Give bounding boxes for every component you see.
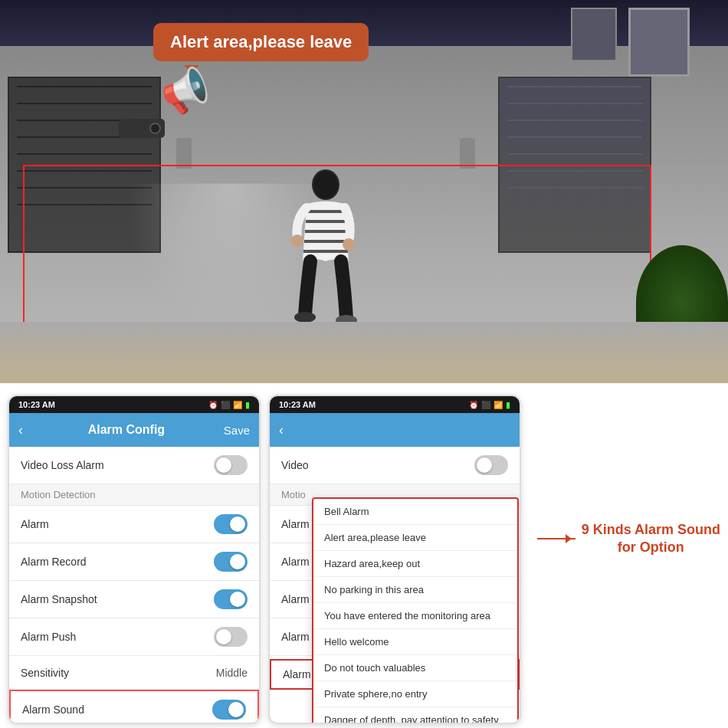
phone2-content: Video Motio Alarm Alarm Alarm Alarm bbox=[270, 447, 520, 690]
alarm-record-label: Alarm Record bbox=[21, 556, 87, 568]
phone2-push-label: Alarm bbox=[281, 631, 310, 643]
alarm-label: Alarm bbox=[21, 518, 49, 530]
alert-bubble: Alert area,please leave bbox=[153, 23, 369, 61]
alarm-sound-dropdown: Bell Alarm Alert area,please leave Hazar… bbox=[312, 497, 519, 724]
alarm-record-row: Alarm Record bbox=[9, 543, 259, 581]
motion-detection-header: Motion Detection bbox=[9, 484, 259, 506]
alert-text: Alert area,please leave bbox=[170, 32, 352, 51]
wall-light-right bbox=[460, 138, 475, 169]
bottom-section: 10:23 AM ⏰ ⬛ 📶 ▮ ‹ Alarm Config Save Vid… bbox=[0, 383, 728, 728]
sensitivity-row: Sensitivity Middle bbox=[9, 656, 259, 690]
dropdown-item-0[interactable]: Bell Alarm bbox=[313, 499, 517, 525]
back-button-2[interactable]: ‹ bbox=[279, 422, 284, 438]
time-display-1: 10:23 AM bbox=[18, 400, 55, 409]
settings-list-1: Video Loss Alarm Motion Detection Alarm … bbox=[9, 447, 259, 724]
phone2-video-label: Video bbox=[281, 459, 309, 471]
window-right bbox=[628, 8, 690, 77]
dropdown-item-7[interactable]: Private sphere,no entry bbox=[313, 681, 517, 707]
dropdown-item-5[interactable]: Hello welcome bbox=[313, 629, 517, 655]
motion-detection-label: Motion Detection bbox=[21, 489, 96, 500]
dropdown-item-2[interactable]: Hazard area,keep out bbox=[313, 551, 517, 577]
video-loss-toggle[interactable] bbox=[214, 455, 248, 475]
nav-bar-1: ‹ Alarm Config Save bbox=[9, 413, 259, 447]
alarm-toggle[interactable] bbox=[214, 514, 248, 534]
dropdown-item-1[interactable]: Alert area,please leave bbox=[313, 525, 517, 551]
phone2-bg-row-1: Video bbox=[270, 447, 520, 484]
annotation-label: 9 Kinds Alarm Soundfor Option bbox=[582, 521, 720, 557]
alarm-sound-label: Alarm Sound bbox=[22, 703, 84, 716]
alarm-icon-2: ⏰ bbox=[469, 401, 478, 409]
wifi-icon-2: 📶 bbox=[494, 401, 503, 409]
status-bar-1: 10:23 AM ⏰ ⬛ 📶 ▮ bbox=[9, 396, 259, 413]
alarm-sound-row: Alarm Sound bbox=[9, 690, 259, 724]
driveway bbox=[0, 322, 728, 383]
phone2-video-toggle[interactable] bbox=[474, 455, 508, 475]
dropdown-item-6[interactable]: Do not touch valuables bbox=[313, 655, 517, 681]
alarm-push-label: Alarm Push bbox=[21, 631, 76, 643]
alarm-sound-toggle[interactable] bbox=[212, 700, 246, 720]
nav-bar-2: ‹ bbox=[270, 413, 520, 447]
dropdown-item-3[interactable]: No parking in this area bbox=[313, 577, 517, 603]
wifi-icon: 📶 bbox=[233, 401, 242, 409]
back-button-1[interactable]: ‹ bbox=[18, 422, 23, 438]
alarm-snapshot-label: Alarm Snapshot bbox=[21, 593, 97, 605]
phone2-snapshot-label: Alarm bbox=[281, 593, 310, 605]
phone2-alarm-label: Alarm bbox=[281, 518, 310, 530]
camera-lens bbox=[149, 123, 161, 134]
dropdown-item-8[interactable]: Danger of depth, pay attention to safety bbox=[313, 707, 517, 724]
signal-icon-2: ⬛ bbox=[481, 401, 490, 409]
phone2-motion-label: Motio bbox=[281, 489, 306, 500]
alarm-record-toggle[interactable] bbox=[214, 552, 248, 572]
status-icons-2: ⏰ ⬛ 📶 ▮ bbox=[469, 400, 510, 410]
phone-mockup-1: 10:23 AM ⏰ ⬛ 📶 ▮ ‹ Alarm Config Save Vid… bbox=[8, 395, 261, 724]
annotation-container: 9 Kinds Alarm Soundfor Option bbox=[537, 521, 720, 557]
alarm-icon: ⏰ bbox=[208, 401, 218, 409]
save-button-1[interactable]: Save bbox=[224, 424, 250, 437]
hero-section: Alert area,please leave 📢 bbox=[0, 0, 728, 383]
window-right-inner bbox=[571, 8, 617, 61]
dropdown-item-4[interactable]: You have entered the monitoring area bbox=[313, 603, 517, 629]
alarm-snapshot-row: Alarm Snapshot bbox=[9, 581, 259, 618]
alarm-snapshot-toggle[interactable] bbox=[214, 589, 248, 609]
battery-icon: ▮ bbox=[245, 400, 250, 410]
phone-mockup-2: 10:23 AM ⏰ ⬛ 📶 ▮ ‹ Video Motio Alarm bbox=[268, 395, 521, 724]
signal-icon: ⬛ bbox=[221, 401, 230, 409]
alarm-push-toggle[interactable] bbox=[214, 627, 248, 647]
nav-title-1: Alarm Config bbox=[29, 423, 224, 437]
status-bar-2: 10:23 AM ⏰ ⬛ 📶 ▮ bbox=[270, 396, 520, 413]
security-camera bbox=[119, 119, 180, 146]
sensitivity-label: Sensitivity bbox=[21, 667, 69, 679]
time-display-2: 10:23 AM bbox=[279, 400, 316, 409]
annotation-arrow bbox=[537, 538, 576, 539]
status-icons-1: ⏰ ⬛ 📶 ▮ bbox=[208, 400, 250, 410]
video-loss-row: Video Loss Alarm bbox=[9, 447, 259, 484]
alarm-push-row: Alarm Push bbox=[9, 618, 259, 656]
phone2-alarm-record-label: Alarm bbox=[281, 556, 310, 568]
battery-icon-2: ▮ bbox=[506, 400, 510, 410]
video-loss-label: Video Loss Alarm bbox=[21, 459, 104, 471]
alarm-row: Alarm bbox=[9, 506, 259, 543]
sensitivity-value: Middle bbox=[216, 667, 248, 679]
